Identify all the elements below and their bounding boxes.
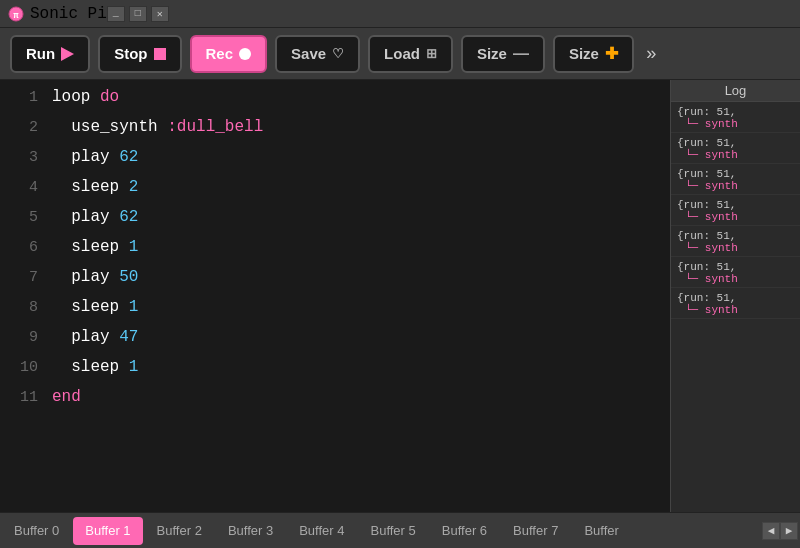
log-entry: {run: 51,└─ synth (671, 195, 800, 226)
code-token: 47 (119, 328, 138, 346)
main-area: 1loop do2 use_synth :dull_bell3 play 624… (0, 80, 800, 512)
log-synth-text: └─ synth (677, 149, 794, 161)
log-header: Log (671, 80, 800, 102)
buffer-tab[interactable]: Buffer 7 (501, 517, 570, 545)
size-minus-button[interactable]: Size — (461, 35, 545, 73)
code-line: 10 sleep 1 (0, 358, 670, 388)
code-token: 1 (129, 298, 139, 316)
line-number: 5 (8, 209, 38, 226)
titlebar-controls: _ □ ✕ (107, 6, 169, 22)
line-content: play 62 (52, 208, 138, 226)
run-button[interactable]: Run (10, 35, 90, 73)
buffer-tab[interactable]: Buffer 2 (145, 517, 214, 545)
line-content: end (52, 388, 81, 406)
play-icon (61, 47, 74, 61)
line-content: loop do (52, 88, 119, 106)
code-token: 2 (129, 178, 139, 196)
plus-icon: ✚ (605, 44, 618, 63)
minimize-button[interactable]: _ (107, 6, 125, 22)
code-line: 9 play 47 (0, 328, 670, 358)
minus-icon: — (513, 45, 529, 63)
buffer-tab[interactable]: Buffer 3 (216, 517, 285, 545)
toolbar: Run Stop Rec Save ♡ Load ⊞ Size — Size ✚… (0, 28, 800, 80)
load-label: Load (384, 45, 420, 62)
log-synth-text: └─ synth (677, 180, 794, 192)
code-token: 62 (119, 208, 138, 226)
code-line: 5 play 62 (0, 208, 670, 238)
save-label: Save (291, 45, 326, 62)
log-synth-text: └─ synth (677, 304, 794, 316)
line-content: play 50 (52, 268, 138, 286)
line-content: use_synth :dull_bell (52, 118, 263, 136)
log-entries: {run: 51,└─ synth{run: 51,└─ synth{run: … (671, 102, 800, 319)
titlebar-title: Sonic Pi (30, 5, 107, 23)
titlebar: π Sonic Pi _ □ ✕ (0, 0, 800, 28)
line-number: 4 (8, 179, 38, 196)
log-entry: {run: 51,└─ synth (671, 133, 800, 164)
log-synth-text: └─ synth (677, 273, 794, 285)
size-plus-button[interactable]: Size ✚ (553, 35, 634, 73)
tab-prev-button[interactable]: ◀ (762, 522, 780, 540)
load-button[interactable]: Load ⊞ (368, 35, 453, 73)
log-run-text: {run: 51, (677, 199, 794, 211)
code-token: loop (52, 88, 100, 106)
code-token: :dull_bell (167, 118, 263, 136)
log-entry: {run: 51,└─ synth (671, 257, 800, 288)
line-content: sleep 2 (52, 178, 138, 196)
code-token: do (100, 88, 119, 106)
line-number: 1 (8, 89, 38, 106)
code-line: 3 play 62 (0, 148, 670, 178)
code-token: play (52, 268, 119, 286)
log-run-text: {run: 51, (677, 106, 794, 118)
stop-button[interactable]: Stop (98, 35, 181, 73)
code-token: play (52, 208, 119, 226)
code-token: play (52, 328, 119, 346)
buffer-tab[interactable]: Buffer 4 (287, 517, 356, 545)
log-entry: {run: 51,└─ synth (671, 102, 800, 133)
log-run-text: {run: 51, (677, 292, 794, 304)
stop-label: Stop (114, 45, 147, 62)
app-icon: π (8, 6, 24, 22)
code-line: 4 sleep 2 (0, 178, 670, 208)
tab-next-button[interactable]: ▶ (780, 522, 798, 540)
rec-button[interactable]: Rec (190, 35, 268, 73)
code-token: play (52, 148, 119, 166)
buffer-tab[interactable]: Buffer (572, 517, 630, 545)
buffer-tab[interactable]: Buffer 1 (73, 517, 142, 545)
buffer-tab[interactable]: Buffer 6 (430, 517, 499, 545)
line-number: 2 (8, 119, 38, 136)
log-entry: {run: 51,└─ synth (671, 164, 800, 195)
log-synth-text: └─ synth (677, 211, 794, 223)
code-token: sleep (52, 298, 129, 316)
line-content: sleep 1 (52, 358, 138, 376)
code-token: sleep (52, 358, 129, 376)
log-entry: {run: 51,└─ synth (671, 226, 800, 257)
line-content: sleep 1 (52, 238, 138, 256)
tab-list: Buffer 0Buffer 1Buffer 2Buffer 3Buffer 4… (2, 517, 762, 545)
log-synth-text: └─ synth (677, 242, 794, 254)
line-number: 11 (8, 389, 38, 406)
rec-label: Rec (206, 45, 234, 62)
folder-icon: ⊞ (426, 46, 437, 61)
code-line: 8 sleep 1 (0, 298, 670, 328)
buffer-tabs: Buffer 0Buffer 1Buffer 2Buffer 3Buffer 4… (0, 512, 800, 548)
line-number: 8 (8, 299, 38, 316)
log-run-text: {run: 51, (677, 137, 794, 149)
code-line: 11end (0, 388, 670, 418)
buffer-tab[interactable]: Buffer 0 (2, 517, 71, 545)
size-plus-label: Size (569, 45, 599, 62)
stop-icon (154, 48, 166, 60)
code-editor[interactable]: 1loop do2 use_synth :dull_bell3 play 624… (0, 80, 670, 512)
code-token: end (52, 388, 81, 406)
more-button[interactable]: » (642, 44, 661, 64)
code-line: 7 play 50 (0, 268, 670, 298)
save-button[interactable]: Save ♡ (275, 35, 360, 73)
maximize-button[interactable]: □ (129, 6, 147, 22)
log-run-text: {run: 51, (677, 261, 794, 273)
line-number: 3 (8, 149, 38, 166)
line-number: 7 (8, 269, 38, 286)
code-token: sleep (52, 178, 129, 196)
log-panel: Log {run: 51,└─ synth{run: 51,└─ synth{r… (670, 80, 800, 512)
buffer-tab[interactable]: Buffer 5 (358, 517, 427, 545)
close-button[interactable]: ✕ (151, 6, 169, 22)
